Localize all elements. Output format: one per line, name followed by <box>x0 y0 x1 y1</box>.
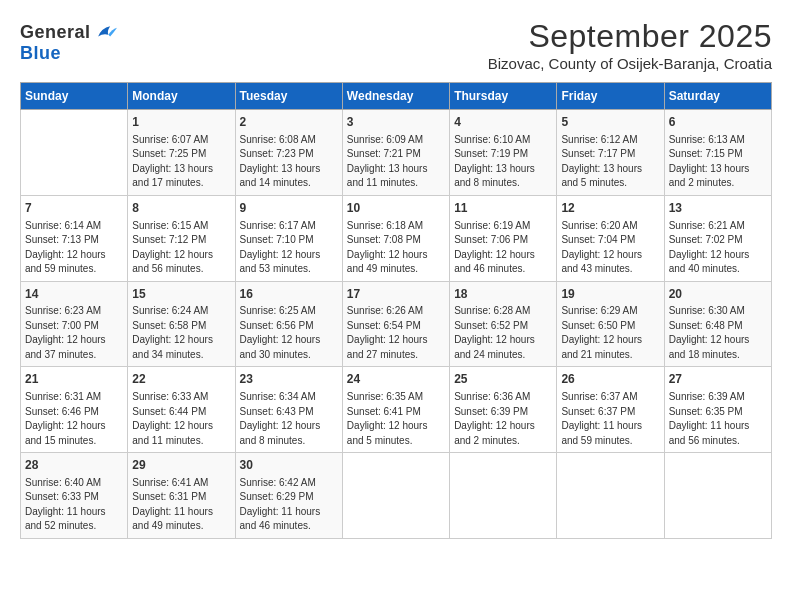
calendar-day-7: 7Sunrise: 6:14 AM Sunset: 7:13 PM Daylig… <box>21 195 128 281</box>
day-info: Sunrise: 6:09 AM Sunset: 7:21 PM Dayligh… <box>347 133 445 191</box>
day-number: 21 <box>25 371 123 388</box>
day-number: 14 <box>25 286 123 303</box>
day-info: Sunrise: 6:42 AM Sunset: 6:29 PM Dayligh… <box>240 476 338 534</box>
day-info: Sunrise: 6:28 AM Sunset: 6:52 PM Dayligh… <box>454 304 552 362</box>
day-number: 8 <box>132 200 230 217</box>
calendar-day-4: 4Sunrise: 6:10 AM Sunset: 7:19 PM Daylig… <box>450 110 557 196</box>
calendar-day-18: 18Sunrise: 6:28 AM Sunset: 6:52 PM Dayli… <box>450 281 557 367</box>
calendar-day-16: 16Sunrise: 6:25 AM Sunset: 6:56 PM Dayli… <box>235 281 342 367</box>
day-number: 17 <box>347 286 445 303</box>
calendar-week-row: 21Sunrise: 6:31 AM Sunset: 6:46 PM Dayli… <box>21 367 772 453</box>
header-monday: Monday <box>128 83 235 110</box>
day-info: Sunrise: 6:26 AM Sunset: 6:54 PM Dayligh… <box>347 304 445 362</box>
calendar-week-row: 28Sunrise: 6:40 AM Sunset: 6:33 PM Dayli… <box>21 453 772 539</box>
day-info: Sunrise: 6:20 AM Sunset: 7:04 PM Dayligh… <box>561 219 659 277</box>
title-block: September 2025 Bizovac, County of Osijek… <box>488 18 772 72</box>
header-sunday: Sunday <box>21 83 128 110</box>
day-number: 6 <box>669 114 767 131</box>
day-number: 10 <box>347 200 445 217</box>
day-info: Sunrise: 6:18 AM Sunset: 7:08 PM Dayligh… <box>347 219 445 277</box>
calendar-day-1: 1Sunrise: 6:07 AM Sunset: 7:25 PM Daylig… <box>128 110 235 196</box>
day-number: 13 <box>669 200 767 217</box>
day-number: 26 <box>561 371 659 388</box>
calendar-day-20: 20Sunrise: 6:30 AM Sunset: 6:48 PM Dayli… <box>664 281 771 367</box>
day-info: Sunrise: 6:25 AM Sunset: 6:56 PM Dayligh… <box>240 304 338 362</box>
day-number: 1 <box>132 114 230 131</box>
header-thursday: Thursday <box>450 83 557 110</box>
calendar-week-row: 14Sunrise: 6:23 AM Sunset: 7:00 PM Dayli… <box>21 281 772 367</box>
calendar-table: SundayMondayTuesdayWednesdayThursdayFrid… <box>20 82 772 539</box>
day-info: Sunrise: 6:39 AM Sunset: 6:35 PM Dayligh… <box>669 390 767 448</box>
calendar-day-19: 19Sunrise: 6:29 AM Sunset: 6:50 PM Dayli… <box>557 281 664 367</box>
logo: General Blue <box>20 18 117 64</box>
calendar-day-22: 22Sunrise: 6:33 AM Sunset: 6:44 PM Dayli… <box>128 367 235 453</box>
calendar-day-21: 21Sunrise: 6:31 AM Sunset: 6:46 PM Dayli… <box>21 367 128 453</box>
calendar-day-29: 29Sunrise: 6:41 AM Sunset: 6:31 PM Dayli… <box>128 453 235 539</box>
day-number: 16 <box>240 286 338 303</box>
calendar-day-8: 8Sunrise: 6:15 AM Sunset: 7:12 PM Daylig… <box>128 195 235 281</box>
day-number: 22 <box>132 371 230 388</box>
day-number: 29 <box>132 457 230 474</box>
calendar-day-11: 11Sunrise: 6:19 AM Sunset: 7:06 PM Dayli… <box>450 195 557 281</box>
calendar-day-14: 14Sunrise: 6:23 AM Sunset: 7:00 PM Dayli… <box>21 281 128 367</box>
empty-cell <box>450 453 557 539</box>
calendar-day-25: 25Sunrise: 6:36 AM Sunset: 6:39 PM Dayli… <box>450 367 557 453</box>
calendar-day-28: 28Sunrise: 6:40 AM Sunset: 6:33 PM Dayli… <box>21 453 128 539</box>
header-saturday: Saturday <box>664 83 771 110</box>
day-info: Sunrise: 6:15 AM Sunset: 7:12 PM Dayligh… <box>132 219 230 277</box>
empty-cell <box>342 453 449 539</box>
day-info: Sunrise: 6:34 AM Sunset: 6:43 PM Dayligh… <box>240 390 338 448</box>
calendar-header-row: SundayMondayTuesdayWednesdayThursdayFrid… <box>21 83 772 110</box>
day-number: 28 <box>25 457 123 474</box>
day-info: Sunrise: 6:07 AM Sunset: 7:25 PM Dayligh… <box>132 133 230 191</box>
day-number: 24 <box>347 371 445 388</box>
day-info: Sunrise: 6:30 AM Sunset: 6:48 PM Dayligh… <box>669 304 767 362</box>
day-info: Sunrise: 6:35 AM Sunset: 6:41 PM Dayligh… <box>347 390 445 448</box>
day-number: 11 <box>454 200 552 217</box>
calendar-title: September 2025 <box>488 18 772 55</box>
empty-cell <box>557 453 664 539</box>
calendar-subtitle: Bizovac, County of Osijek-Baranja, Croat… <box>488 55 772 72</box>
header-tuesday: Tuesday <box>235 83 342 110</box>
day-number: 4 <box>454 114 552 131</box>
page-header: General Blue September 2025 Bizovac, Cou… <box>20 18 772 72</box>
day-info: Sunrise: 6:33 AM Sunset: 6:44 PM Dayligh… <box>132 390 230 448</box>
day-info: Sunrise: 6:14 AM Sunset: 7:13 PM Dayligh… <box>25 219 123 277</box>
calendar-day-13: 13Sunrise: 6:21 AM Sunset: 7:02 PM Dayli… <box>664 195 771 281</box>
logo-bird-icon <box>93 24 117 42</box>
logo-blue-text: Blue <box>20 43 61 64</box>
day-info: Sunrise: 6:41 AM Sunset: 6:31 PM Dayligh… <box>132 476 230 534</box>
day-number: 12 <box>561 200 659 217</box>
calendar-day-17: 17Sunrise: 6:26 AM Sunset: 6:54 PM Dayli… <box>342 281 449 367</box>
day-number: 9 <box>240 200 338 217</box>
calendar-day-27: 27Sunrise: 6:39 AM Sunset: 6:35 PM Dayli… <box>664 367 771 453</box>
calendar-day-26: 26Sunrise: 6:37 AM Sunset: 6:37 PM Dayli… <box>557 367 664 453</box>
calendar-day-15: 15Sunrise: 6:24 AM Sunset: 6:58 PM Dayli… <box>128 281 235 367</box>
calendar-day-24: 24Sunrise: 6:35 AM Sunset: 6:41 PM Dayli… <box>342 367 449 453</box>
day-info: Sunrise: 6:21 AM Sunset: 7:02 PM Dayligh… <box>669 219 767 277</box>
empty-cell <box>21 110 128 196</box>
day-info: Sunrise: 6:23 AM Sunset: 7:00 PM Dayligh… <box>25 304 123 362</box>
day-info: Sunrise: 6:36 AM Sunset: 6:39 PM Dayligh… <box>454 390 552 448</box>
logo-general-text: General <box>20 22 91 43</box>
day-number: 20 <box>669 286 767 303</box>
empty-cell <box>664 453 771 539</box>
calendar-day-9: 9Sunrise: 6:17 AM Sunset: 7:10 PM Daylig… <box>235 195 342 281</box>
calendar-day-30: 30Sunrise: 6:42 AM Sunset: 6:29 PM Dayli… <box>235 453 342 539</box>
day-number: 15 <box>132 286 230 303</box>
day-info: Sunrise: 6:12 AM Sunset: 7:17 PM Dayligh… <box>561 133 659 191</box>
day-number: 25 <box>454 371 552 388</box>
calendar-day-3: 3Sunrise: 6:09 AM Sunset: 7:21 PM Daylig… <box>342 110 449 196</box>
calendar-week-row: 1Sunrise: 6:07 AM Sunset: 7:25 PM Daylig… <box>21 110 772 196</box>
day-info: Sunrise: 6:13 AM Sunset: 7:15 PM Dayligh… <box>669 133 767 191</box>
day-info: Sunrise: 6:17 AM Sunset: 7:10 PM Dayligh… <box>240 219 338 277</box>
calendar-day-12: 12Sunrise: 6:20 AM Sunset: 7:04 PM Dayli… <box>557 195 664 281</box>
calendar-week-row: 7Sunrise: 6:14 AM Sunset: 7:13 PM Daylig… <box>21 195 772 281</box>
calendar-day-2: 2Sunrise: 6:08 AM Sunset: 7:23 PM Daylig… <box>235 110 342 196</box>
calendar-day-6: 6Sunrise: 6:13 AM Sunset: 7:15 PM Daylig… <box>664 110 771 196</box>
day-number: 7 <box>25 200 123 217</box>
day-info: Sunrise: 6:37 AM Sunset: 6:37 PM Dayligh… <box>561 390 659 448</box>
day-number: 23 <box>240 371 338 388</box>
day-info: Sunrise: 6:31 AM Sunset: 6:46 PM Dayligh… <box>25 390 123 448</box>
day-number: 18 <box>454 286 552 303</box>
